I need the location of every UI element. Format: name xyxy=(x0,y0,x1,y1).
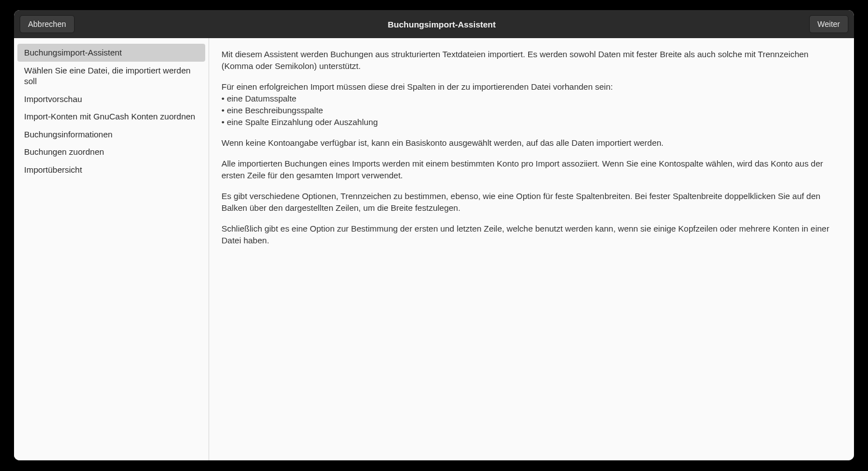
intro-paragraph-3: Wenn keine Kontoangabe verfügbar ist, ka… xyxy=(221,137,842,149)
sidebar-step-tx-info[interactable]: Buchungsinformationen xyxy=(17,126,205,144)
intro-paragraph-5: Es gibt verschiedene Optionen, Trennzeic… xyxy=(221,190,842,214)
required-columns-intro: Für einen erfolgreichen Import müssen di… xyxy=(221,82,613,91)
cancel-button[interactable]: Abbrechen xyxy=(20,15,75,33)
intro-paragraph-1: Mit diesem Assistent werden Buchungen au… xyxy=(221,48,842,72)
sidebar-step-preview[interactable]: Importvorschau xyxy=(17,90,205,108)
content-area: Buchungsimport-Assistent Wählen Sie eine… xyxy=(14,38,854,460)
assistant-window: Abbrechen Buchungsimport-Assistent Weite… xyxy=(14,10,854,460)
intro-paragraph-6: Schließlich gibt es eine Option zur Best… xyxy=(221,223,842,246)
sidebar: Buchungsimport-Assistent Wählen Sie eine… xyxy=(14,38,209,460)
required-column-amount: • eine Spalte Einzahlung oder Auszahlung xyxy=(221,117,378,127)
main-panel: Mit diesem Assistent werden Buchungen au… xyxy=(209,38,854,460)
sidebar-step-select-file[interactable]: Wählen Sie eine Datei, die importiert we… xyxy=(17,62,205,90)
sidebar-step-tx-map[interactable]: Buchungen zuordnen xyxy=(17,143,205,161)
next-button[interactable]: Weiter xyxy=(809,15,848,33)
intro-paragraph-2: Für einen erfolgreichen Import müssen di… xyxy=(221,81,842,128)
sidebar-step-account-map[interactable]: Import-Konten mit GnuCash Konten zuordne… xyxy=(17,108,205,126)
required-column-date: • eine Datumsspalte xyxy=(221,94,297,103)
sidebar-step-summary[interactable]: Importübersicht xyxy=(17,161,205,179)
titlebar: Abbrechen Buchungsimport-Assistent Weite… xyxy=(14,10,854,38)
window-title: Buchungsimport-Assistent xyxy=(80,20,804,29)
sidebar-step-assistant[interactable]: Buchungsimport-Assistent xyxy=(17,44,205,62)
intro-paragraph-4: Alle importierten Buchungen eines Import… xyxy=(221,158,842,181)
required-column-desc: • eine Beschreibungsspalte xyxy=(221,105,323,115)
